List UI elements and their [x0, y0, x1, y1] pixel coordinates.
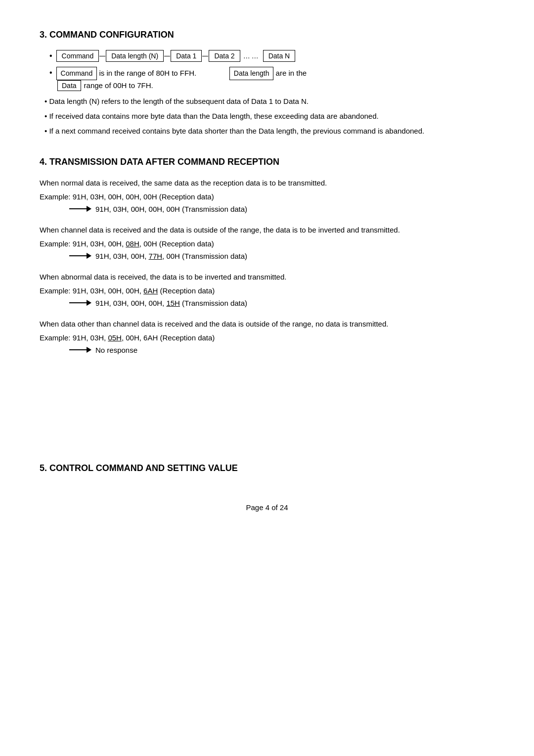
command-range-text: Command is in the range of 80H to FFH. D…: [56, 67, 307, 80]
para-4-arrow: No response: [69, 346, 494, 354]
para-3-arrow-text: 91H, 03H, 00H, 00H, 15H (Transmission da…: [95, 299, 247, 307]
page-number: Page 4 of 24: [246, 503, 288, 512]
para-block-3: When abnormal data is received, the data…: [40, 271, 494, 307]
arrow-symbol-4: [69, 347, 91, 353]
para-4-example: Example: 91H, 03H, 05H, 00H, 6AH (Recept…: [40, 332, 494, 344]
bullet-dot-2: •: [49, 67, 52, 79]
box-command: Command: [56, 50, 99, 62]
box-data-length-n: Data length (N): [106, 50, 164, 62]
inline-box-data-length: Data length: [229, 67, 274, 80]
bullet-point-1: • Data length (N) refers to the length o…: [44, 95, 494, 107]
underline-05H: 05H: [108, 333, 122, 342]
para-4-arrow-text: No response: [95, 346, 137, 354]
bullet-command-range: • Command is in the range of 80H to FFH.…: [49, 67, 494, 80]
data-range-line: Data range of 00H to 7FH.: [57, 80, 494, 92]
dots: ……: [243, 52, 260, 60]
box-data2: Data 2: [209, 50, 240, 62]
underline-77H: 77H: [149, 252, 163, 260]
para-4-text: When data other than channel data is rec…: [40, 318, 494, 330]
para-3-text: When abnormal data is received, the data…: [40, 271, 494, 283]
underline-15H: 15H: [166, 299, 180, 307]
box-data1: Data 1: [171, 50, 202, 62]
para-1-example: Example: 91H, 03H, 00H, 00H, 00H (Recept…: [40, 191, 494, 203]
inline-box-command: Command: [56, 67, 97, 80]
bullet-point-2: • If received data contains more byte da…: [44, 110, 494, 122]
section-4: 4. TRANSMISSION DATA AFTER COMMAND RECEP…: [40, 157, 494, 354]
page-footer: Page 4 of 24: [40, 503, 494, 512]
data-range-text: range of 00H to 7FH.: [84, 80, 153, 92]
para-2-arrow: 91H, 03H, 00H, 77H, 00H (Transmission da…: [69, 252, 494, 260]
para-1-arrow-text: 91H, 03H, 00H, 00H, 00H (Transmission da…: [95, 205, 247, 213]
bullet-dot-1: •: [49, 51, 52, 60]
para-block-2: When channel data is received and the da…: [40, 224, 494, 260]
para-block-4: When data other than channel data is rec…: [40, 318, 494, 354]
arrow-symbol-3: [69, 300, 91, 306]
box-dataN: Data N: [263, 50, 296, 62]
section-5: 5. CONTROL COMMAND AND SETTING VALUE: [40, 463, 494, 473]
para-block-1: When normal data is received, the same d…: [40, 177, 494, 213]
para-3-example: Example: 91H, 03H, 00H, 00H, 6AH (Recept…: [40, 285, 494, 297]
bullet-points: • Data length (N) refers to the length o…: [44, 95, 494, 137]
para-2-example: Example: 91H, 03H, 00H, 08H, 00H (Recept…: [40, 238, 494, 250]
underline-08H: 08H: [126, 239, 139, 248]
arrow-symbol-1: [69, 206, 91, 212]
section-5-title: 5. CONTROL COMMAND AND SETTING VALUE: [40, 463, 494, 473]
arrow-symbol-2: [69, 253, 91, 259]
para-2-arrow-text: 91H, 03H, 00H, 77H, 00H (Transmission da…: [95, 252, 247, 260]
section-3: 3. COMMAND CONFIGURATION • Command Data …: [40, 30, 494, 137]
inline-box-data: Data: [57, 80, 81, 91]
section-3-title: 3. COMMAND CONFIGURATION: [40, 30, 494, 40]
para-2-text: When channel data is received and the da…: [40, 224, 494, 236]
para-3-arrow: 91H, 03H, 00H, 00H, 15H (Transmission da…: [69, 299, 494, 307]
bullet-point-3: • If a next command received contains by…: [44, 125, 494, 137]
para-1-text: When normal data is received, the same d…: [40, 177, 494, 189]
underline-6AH: 6AH: [143, 286, 158, 295]
section-4-title: 4. TRANSMISSION DATA AFTER COMMAND RECEP…: [40, 157, 494, 167]
para-1-arrow: 91H, 03H, 00H, 00H, 00H (Transmission da…: [69, 205, 494, 213]
